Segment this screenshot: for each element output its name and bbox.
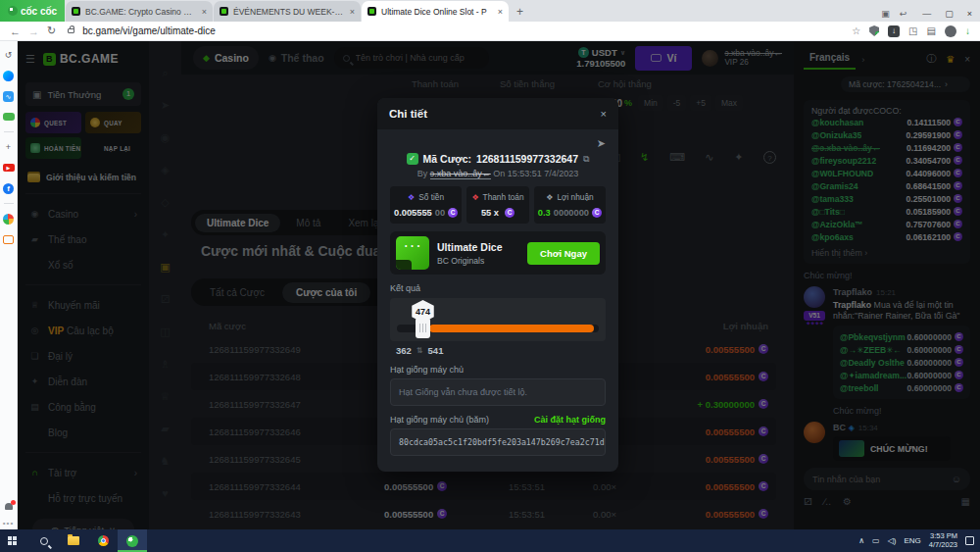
swap-icon: ⇅ bbox=[416, 346, 423, 355]
facebook-icon[interactable]: f bbox=[3, 182, 15, 194]
strip-more-icon[interactable]: ••• bbox=[3, 519, 14, 527]
tab-title: BC.GAME: Crypto Casino Gar bbox=[85, 7, 197, 17]
coccoc-logo-label: cốc cốc bbox=[21, 6, 57, 17]
play-now-button[interactable]: Chơi Ngay bbox=[527, 242, 600, 265]
bookmark-star-icon[interactable]: ☆ bbox=[852, 25, 860, 36]
coccoc-taskbar-icon[interactable] bbox=[118, 529, 147, 552]
address-bar: ← → ↻ bc.game/vi/game/ultimate-dice ☆ 2 … bbox=[0, 22, 980, 41]
server-seed-field[interactable]: Hạt Giống vẫn chưa được tiết lộ. bbox=[390, 378, 606, 406]
add-shortcut-icon[interactable]: + bbox=[3, 141, 15, 153]
url-text[interactable]: bc.game/vi/game/ultimate-dice bbox=[82, 25, 216, 36]
notification-dot bbox=[11, 500, 16, 505]
tab-title: ÉVÉNEMENTS DU WEEK-END bbox=[233, 7, 345, 17]
downloads-icon[interactable]: ↓ bbox=[965, 25, 970, 36]
stat-icon: ❖ bbox=[471, 193, 478, 202]
tabbar-actions: ▣ ↩ — ▢ × bbox=[881, 9, 980, 22]
games-icon[interactable] bbox=[3, 111, 15, 123]
range-low: 362 bbox=[396, 345, 412, 356]
chart-app-icon[interactable]: ∿ bbox=[3, 90, 15, 102]
browser-tab[interactable]: BC.GAME: Crypto Casino Gar × bbox=[66, 1, 213, 22]
speaker-icon[interactable]: ◁) bbox=[888, 536, 897, 545]
lock-icon[interactable] bbox=[68, 28, 74, 33]
coin-icon bbox=[505, 208, 514, 218]
strip-divider bbox=[4, 131, 14, 132]
tab-close-icon[interactable]: × bbox=[202, 7, 207, 17]
game-thumbnail[interactable] bbox=[396, 236, 429, 270]
stat-value: 0.30000000 bbox=[538, 208, 602, 218]
maximize-button[interactable]: ▢ bbox=[945, 9, 954, 19]
bet-meta-line: By ɔ.xba vào..ây← On 15:53:51 7/4/2023 bbox=[390, 169, 606, 178]
video-download-icon[interactable]: ↓ bbox=[888, 25, 900, 37]
bcgame-page: ☰ BBC.GAME ▣ Tiền Thưởng 1 QUEST bbox=[18, 41, 980, 529]
game-card: Ultimate Dice BC Originals Chơi Ngay bbox=[390, 231, 606, 275]
result-range: 362 ⇅ 541 bbox=[390, 345, 606, 356]
range-high: 541 bbox=[428, 345, 444, 356]
close-button[interactable]: × bbox=[967, 9, 972, 19]
browser-tab[interactable]: Ultimate Dice Online Slot - P × bbox=[362, 1, 509, 22]
slider-fill bbox=[429, 325, 594, 332]
new-tab-button[interactable]: + bbox=[516, 5, 523, 19]
bet-stat-cards: ❖Số tiền 0.00555500 ❖Thanh toán 55 x ❖Lợ… bbox=[390, 186, 606, 224]
bet-datetime: 15:53:51 7/4/2023 bbox=[508, 169, 579, 178]
stat-label: Lợi nhuận bbox=[557, 192, 593, 202]
bet-details-modal: Chi tiết × ➤ ✓ Mã Cược: 1268111599773326… bbox=[377, 98, 618, 472]
browser-tab-bar: cốc cốc BC.GAME: Crypto Casino Gar × ÉVÉ… bbox=[0, 0, 980, 22]
result-badge: 474 bbox=[411, 300, 435, 323]
system-tray: ∧ ▭ ◁) ENG 3:53 PM 4/7/2023 bbox=[858, 532, 980, 549]
seed-hash-field[interactable]: 80cdca05ac5c1f20bdf5fe203a147b269c7ea2c7… bbox=[390, 428, 606, 456]
minimize-button[interactable]: — bbox=[922, 9, 931, 19]
tab-favicon bbox=[220, 7, 228, 16]
modal-title: Chi tiết bbox=[389, 108, 427, 120]
tab-close-icon[interactable]: × bbox=[498, 7, 503, 17]
chrome-icon[interactable] bbox=[88, 529, 118, 552]
history-icon[interactable]: ↺ bbox=[3, 49, 15, 61]
browser-games-icon[interactable] bbox=[3, 213, 15, 225]
screen: cốc cốc BC.GAME: Crypto Casino Gar × ÉVÉ… bbox=[0, 0, 980, 552]
share-icon[interactable]: ➤ bbox=[597, 137, 606, 149]
result-slider: 474 bbox=[390, 298, 606, 341]
messenger-icon[interactable] bbox=[3, 70, 15, 81]
coccoc-logo[interactable]: cốc cốc bbox=[0, 0, 65, 22]
result-label: Kết quả bbox=[390, 283, 606, 293]
sidebar-toggle-icon[interactable]: ▤ bbox=[927, 25, 936, 36]
profile-avatar[interactable] bbox=[945, 25, 956, 37]
bet-id-value: 126811159977332647 bbox=[476, 153, 578, 165]
modal-header: Chi tiết × bbox=[377, 98, 618, 129]
extension-icon[interactable]: ◳ bbox=[908, 25, 917, 36]
adblock-shield-icon[interactable]: 2 bbox=[869, 25, 879, 36]
capture-icon[interactable]: ▣ bbox=[881, 9, 890, 19]
adblock-badge: 2 bbox=[875, 31, 882, 38]
verified-shield-icon: ✓ bbox=[407, 153, 418, 165]
tab-close-icon[interactable]: × bbox=[350, 7, 355, 17]
back-to-icon[interactable]: ↩ bbox=[900, 9, 907, 19]
notification-bell-icon[interactable] bbox=[5, 503, 13, 510]
youtube-icon[interactable]: ▶ bbox=[3, 162, 15, 174]
shopping-icon[interactable] bbox=[3, 233, 15, 245]
forward-icon[interactable]: → bbox=[28, 25, 39, 37]
browser-tab[interactable]: ÉVÉNEMENTS DU WEEK-END × bbox=[214, 1, 361, 22]
bet-id-line: ✓ Mã Cược: 126811159977332647 ⧉ bbox=[390, 153, 606, 165]
modal-close-icon[interactable]: × bbox=[601, 108, 607, 120]
bet-stat-card: ❖Lợi nhuận 0.30000000 bbox=[534, 186, 606, 224]
start-button[interactable] bbox=[0, 529, 29, 552]
seed-settings-link[interactable]: Cài đặt hạt giống bbox=[534, 415, 606, 425]
file-explorer-icon[interactable] bbox=[59, 529, 88, 552]
language-indicator[interactable]: ENG bbox=[904, 536, 920, 545]
seed-hash-label: Hạt giống máy chủ (băm) bbox=[390, 415, 489, 425]
taskbar-search-icon[interactable] bbox=[29, 529, 59, 552]
tray-expand-icon[interactable]: ∧ bbox=[858, 536, 864, 545]
action-center-icon[interactable] bbox=[965, 536, 974, 545]
stat-value: 55 x bbox=[470, 208, 525, 218]
taskbar-clock[interactable]: 3:53 PM 4/7/2023 bbox=[929, 532, 957, 549]
stat-value: 0.00555500 bbox=[394, 208, 458, 218]
back-icon[interactable]: ← bbox=[10, 25, 21, 37]
server-seed-label: Hạt giống máy chủ bbox=[390, 365, 606, 375]
display-icon[interactable]: ▭ bbox=[872, 536, 880, 545]
strip-divider bbox=[4, 203, 14, 204]
browser-side-strip: ↺ ∿ + ▶ f ••• bbox=[0, 41, 18, 529]
tab-favicon bbox=[368, 7, 376, 16]
bettor-username[interactable]: ɔ.xba vào..ây← bbox=[430, 169, 491, 179]
coin-icon bbox=[448, 208, 458, 218]
reload-icon[interactable]: ↻ bbox=[47, 25, 56, 37]
copy-icon[interactable]: ⧉ bbox=[583, 154, 589, 165]
